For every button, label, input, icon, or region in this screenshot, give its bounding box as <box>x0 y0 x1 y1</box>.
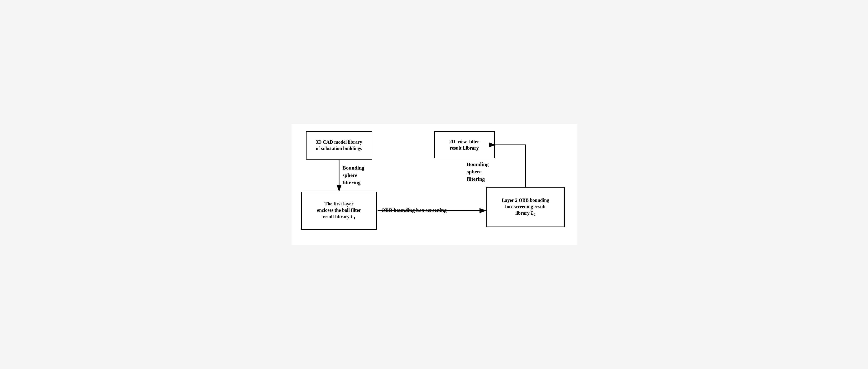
box-layer2: Layer 2 OBB boundingbox screening result… <box>486 187 565 227</box>
box-layer1-text: The first layerencloses the ball filterr… <box>317 201 361 221</box>
label-obb-screening-text: OBB bounding box screening <box>381 207 447 213</box>
box-layer1: The first layerencloses the ball filterr… <box>301 192 377 230</box>
box-layer2-text: Layer 2 OBB boundingbox screening result… <box>502 197 549 217</box>
diagram-container: 3D CAD model libraryof substation buildi… <box>291 124 577 245</box>
box-2d-view: 2D view filterresult Library <box>434 131 495 158</box>
label-obb-screening: OBB bounding box screening <box>381 207 447 214</box>
label-bounding-sphere-left: Boundingspherefiltering <box>343 164 365 186</box>
box-3d-cad: 3D CAD model libraryof substation buildi… <box>306 131 372 160</box>
box-2d-view-text: 2D view filterresult Library <box>449 138 479 151</box>
label-bounding-sphere-left-text: Boundingspherefiltering <box>343 165 365 186</box>
box-3d-cad-text: 3D CAD model libraryof substation buildi… <box>316 139 362 152</box>
arrow-layer2-to-2dview <box>495 145 526 187</box>
label-bounding-sphere-right-text: Boundingspherefiltering <box>467 161 489 182</box>
label-bounding-sphere-right: Boundingspherefiltering <box>467 161 489 182</box>
